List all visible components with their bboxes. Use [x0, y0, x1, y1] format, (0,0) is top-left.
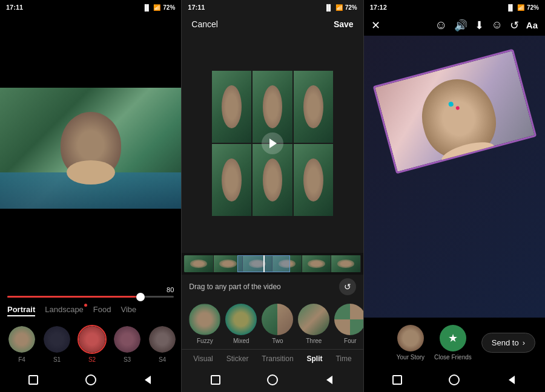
send-to-label: Send to	[492, 338, 519, 347]
p3-canvas[interactable]	[364, 36, 545, 318]
p3-back-nav[interactable]	[504, 373, 519, 387]
p2-timeline[interactable]	[182, 253, 363, 275]
p3-volume-icon[interactable]: 🔊	[454, 19, 467, 32]
send-to-chevron-icon: ›	[523, 338, 525, 347]
panel-2: 17:11 ▐▌ 📶 72% Cancel Save	[182, 0, 363, 392]
battery-text-2: 72%	[345, 4, 357, 11]
play-button[interactable]	[262, 132, 283, 154]
slider-track[interactable]	[7, 296, 174, 298]
tab-portrait[interactable]: Portrait	[7, 305, 35, 316]
p3-sticker-icon[interactable]: ☺	[491, 19, 502, 31]
effect-four[interactable]: Four	[334, 304, 363, 344]
p3-header: ✕ ☺ 🔊 ⬇ ☺ ↺ Aa	[364, 15, 545, 36]
vc-otter-6	[294, 144, 333, 216]
back-icon-3	[509, 376, 515, 384]
p2-header: Cancel Save	[182, 15, 363, 34]
cancel-button[interactable]: Cancel	[191, 19, 218, 29]
ec-four-1	[334, 304, 350, 319]
filter-f4[interactable]: F4	[7, 325, 36, 363]
vc-otter-1	[212, 71, 251, 143]
tf-5	[302, 255, 332, 272]
filter-img-s4	[149, 326, 176, 353]
filter-img-s1	[44, 326, 70, 353]
p2-square-nav[interactable]	[208, 373, 223, 387]
effect-circle-mixed	[225, 304, 257, 335]
tf-6	[331, 255, 361, 272]
filter-s4[interactable]: S4	[148, 325, 177, 363]
p1-filters-row: F4 S1 S2 S3 S4 S5	[0, 320, 181, 368]
btab-visual[interactable]: Visual	[188, 353, 217, 364]
tab-food[interactable]: Food	[93, 305, 111, 316]
undo-button[interactable]: ↺	[339, 278, 356, 295]
ec-mixed	[225, 304, 257, 335]
filter-img-f4	[8, 326, 35, 353]
p1-square-nav[interactable]	[26, 373, 41, 387]
p3-rotate-icon[interactable]: ↺	[510, 19, 519, 32]
effect-label-three: Three	[306, 338, 322, 344]
p2-effects-row: Fuzzy Mixed Two Three	[182, 299, 363, 349]
filter-s1[interactable]: S1	[42, 325, 71, 363]
p3-download-icon[interactable]: ⬇	[475, 19, 484, 32]
tab-landscape[interactable]: Landscape	[45, 305, 84, 316]
signal-icon-1: ▐▌	[142, 4, 151, 11]
filter-s2[interactable]: S2	[78, 325, 107, 363]
effect-three[interactable]: Three	[298, 304, 329, 344]
status-time-3: 17:12	[370, 4, 387, 11]
filter-circle-s2	[78, 325, 107, 354]
tab-vibe[interactable]: Vibe	[121, 305, 137, 316]
btab-time[interactable]: Time	[331, 353, 356, 364]
p3-close-icon[interactable]: ✕	[371, 19, 380, 32]
circle-icon-1	[85, 374, 96, 385]
wifi-icon-1: 📶	[153, 4, 160, 11]
status-bar-1: 17:11 ▐▌ 📶 72%	[0, 0, 181, 15]
signal-icon-3: ▐▌	[506, 4, 515, 11]
effect-fuzzy[interactable]: Fuzzy	[189, 304, 220, 344]
p2-back-nav[interactable]	[322, 373, 337, 387]
ec-four-4	[350, 319, 363, 335]
effect-circle-three	[298, 304, 329, 335]
close-friends-label: Close Friends	[434, 354, 472, 361]
panel-1: 17:11 ▐▌ 📶 72% 80 Portrait Landscape Foo…	[0, 0, 181, 392]
story-item-yours[interactable]: Your Story	[397, 325, 424, 361]
filter-s3[interactable]: S3	[113, 325, 142, 363]
btab-split[interactable]: Split	[302, 353, 328, 364]
effect-two[interactable]: Two	[262, 304, 293, 344]
send-to-button[interactable]: Send to ›	[481, 333, 535, 353]
filter-label-f4: F4	[18, 356, 25, 363]
close-friends-avatar: ★	[440, 325, 466, 351]
save-button[interactable]: Save	[334, 19, 354, 29]
p3-emoji-icon[interactable]: ☺	[435, 18, 447, 32]
otter-face	[61, 112, 121, 178]
signal-icon-2: ▐▌	[324, 4, 332, 11]
effect-label-mixed: Mixed	[233, 338, 249, 344]
wifi-icon-3: 📶	[517, 4, 524, 11]
filter-circle-s1	[42, 325, 71, 354]
p3-square-nav[interactable]	[390, 373, 405, 387]
battery-text-3: 72%	[527, 4, 539, 11]
effect-mixed[interactable]: Mixed	[225, 304, 257, 344]
filter-label-s3: S3	[124, 356, 131, 363]
effect-circle-fuzzy	[189, 304, 220, 335]
story-item-friends[interactable]: ★ Close Friends	[434, 325, 472, 361]
p1-home-nav[interactable]	[84, 373, 98, 387]
p1-slider-area: 80	[0, 281, 181, 301]
p2-home-nav[interactable]	[265, 373, 280, 387]
btab-transition[interactable]: Transition	[257, 353, 298, 364]
video-cell-4	[212, 144, 251, 216]
ec-four-3	[334, 319, 350, 335]
slider-thumb[interactable]	[136, 293, 145, 301]
p1-video-area	[0, 15, 181, 281]
timeline-cursor	[263, 255, 265, 272]
square-icon-1	[28, 375, 38, 385]
your-story-label: Your Story	[397, 354, 424, 361]
p3-text-icon[interactable]: Aa	[526, 20, 538, 30]
ec-two-l	[262, 304, 277, 335]
timeline-strip[interactable]	[184, 255, 360, 272]
p3-otter-rotated-image[interactable]	[372, 48, 537, 174]
p2-drag-hint: Drag to any part of the video ↺	[182, 275, 363, 299]
p2-nav-bar	[182, 368, 363, 392]
btab-sticker[interactable]: Sticker	[222, 353, 254, 364]
p1-back-nav[interactable]	[140, 373, 155, 387]
video-cell-5	[253, 144, 292, 216]
p3-home-nav[interactable]	[447, 373, 461, 387]
